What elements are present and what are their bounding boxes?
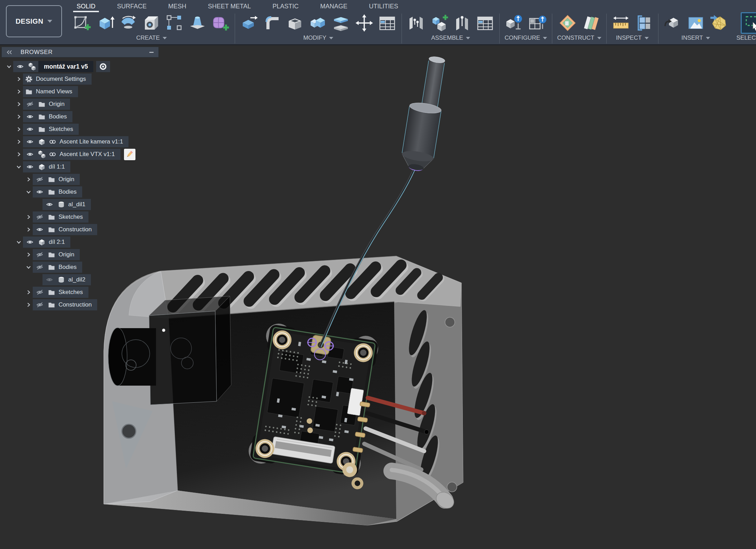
tree-row-sketches[interactable]: Sketches [1, 286, 159, 299]
insert-derive-icon[interactable] [663, 14, 682, 32]
rectangular-pattern-icon[interactable] [165, 14, 184, 32]
item-label[interactable]: Ascent Lite VTX v1:1 [60, 151, 116, 158]
eye-icon[interactable] [45, 277, 54, 283]
tree-row-document-settings[interactable]: Document Settings [1, 73, 159, 85]
create-sketch-icon[interactable] [73, 14, 92, 32]
eye-icon[interactable] [45, 202, 54, 207]
chevron-right-icon[interactable] [24, 288, 33, 296]
eye-off-icon[interactable] [35, 264, 45, 270]
item-label[interactable]: Construction [59, 226, 93, 233]
chevron-down-icon[interactable] [24, 263, 33, 271]
joint-icon[interactable] [407, 14, 426, 32]
extrude-icon[interactable] [96, 14, 115, 32]
item-label[interactable]: Sketches [59, 214, 84, 221]
eye-off-icon[interactable] [35, 214, 45, 220]
tree-row-construction[interactable]: Construction [1, 299, 159, 311]
tab-manage[interactable]: MANAGE [319, 0, 349, 12]
item-label[interactable]: Construction [59, 301, 93, 308]
tree-row-bodies[interactable]: Bodies [1, 186, 159, 198]
antenna[interactable] [400, 54, 450, 173]
as-built-joint-icon[interactable] [453, 14, 471, 32]
configuration-icon[interactable] [505, 14, 524, 32]
tab-mesh[interactable]: MESH [167, 0, 188, 12]
tree-row-mont-var1-v5[interactable]: montáž var1 v5 [1, 60, 159, 73]
tree-row-ascent-lite-kamera-v1-1[interactable]: Ascent Lite kamera v1:1 [1, 136, 159, 148]
item-label[interactable]: Ascent Lite kamera v1:1 [60, 138, 124, 145]
item-label[interactable]: Named Views [36, 88, 74, 95]
tree-row-bodies[interactable]: Bodies [1, 110, 159, 123]
item-label[interactable]: Sketches [59, 289, 84, 296]
combine-icon[interactable] [309, 14, 328, 32]
change-parameters-icon[interactable] [378, 14, 397, 32]
shell-icon[interactable] [286, 14, 305, 32]
eye-icon[interactable] [25, 164, 35, 170]
chevron-down-icon[interactable] [15, 163, 23, 171]
insert-mesh-icon[interactable] [709, 14, 728, 32]
tab-surface[interactable]: SURFACE [116, 0, 148, 12]
item-label[interactable]: Bodies [49, 113, 68, 120]
tree-row-d-l-1-1[interactable]: díl 1:1 [1, 161, 159, 173]
create-form-icon[interactable] [211, 14, 230, 32]
joint-table-icon[interactable] [476, 14, 494, 32]
revolve-icon[interactable] [119, 14, 138, 32]
group-label-inspect[interactable]: INSPECT [616, 34, 649, 41]
chevron-right-icon[interactable] [24, 226, 33, 233]
chevron-down-icon[interactable] [15, 238, 23, 246]
eye-icon[interactable] [35, 189, 45, 195]
item-label[interactable]: díl 1:1 [49, 163, 66, 170]
eye-off-icon[interactable] [35, 302, 45, 308]
loft-icon[interactable] [188, 14, 207, 32]
tree-row-origin[interactable]: Origin [1, 173, 159, 186]
eye-icon[interactable] [25, 152, 35, 157]
chevron-right-icon[interactable] [24, 251, 33, 258]
root-document-label[interactable]: montáž var1 v5 [38, 61, 93, 72]
tree-row-d-l-2-1[interactable]: díl 2:1 [1, 236, 159, 248]
eye-icon[interactable] [25, 126, 35, 132]
insert-canvas-icon[interactable] [686, 14, 705, 32]
press-pull-icon[interactable] [240, 14, 259, 32]
group-label-configure[interactable]: CONFIGURE [505, 34, 547, 41]
chevron-right-icon[interactable] [15, 88, 23, 95]
chevron-right-icon[interactable] [15, 113, 23, 121]
tab-sheet-metal[interactable]: SHEET METAL [206, 0, 252, 12]
minimize-panel-icon[interactable] [149, 49, 154, 55]
construction-plane-icon[interactable] [558, 14, 577, 32]
group-label-assemble[interactable]: ASSEMBLE [431, 34, 470, 41]
section-analysis-icon[interactable] [634, 14, 653, 32]
eye-icon[interactable] [25, 139, 35, 145]
item-label[interactable]: Origin [59, 251, 76, 258]
activate-component-radio[interactable] [96, 61, 110, 72]
item-label[interactable]: Document Settings [36, 76, 87, 83]
chevron-right-icon[interactable] [24, 213, 33, 221]
group-label-modify[interactable]: MODIFY [303, 34, 333, 41]
eye-off-icon[interactable] [25, 101, 35, 107]
collapse-panel-icon[interactable] [6, 49, 13, 55]
item-label[interactable]: Sketches [49, 126, 75, 133]
eye-icon[interactable] [35, 227, 45, 232]
chevron-right-icon[interactable] [15, 100, 23, 108]
item-label[interactable]: al_dil1 [68, 201, 87, 208]
browser-header[interactable]: BROWSER [1, 47, 159, 57]
tab-utilities[interactable]: UTILITIES [368, 0, 400, 12]
eye-off-icon[interactable] [35, 177, 45, 182]
tree-row-named-views[interactable]: Named Views [1, 85, 159, 98]
configuration-table-icon[interactable] [528, 14, 547, 32]
chevron-down-icon[interactable] [24, 188, 33, 196]
tree-row-construction[interactable]: Construction [1, 223, 159, 236]
split-body-icon[interactable] [332, 14, 351, 32]
group-label-insert[interactable]: INSERT [681, 34, 710, 41]
item-label[interactable]: Origin [59, 176, 76, 183]
chevron-right-icon[interactable] [24, 176, 33, 183]
eye-icon[interactable] [25, 239, 35, 245]
tree-row-origin[interactable]: Origin [1, 248, 159, 261]
tree-row-sketches[interactable]: Sketches [1, 211, 159, 223]
move-copy-icon[interactable] [355, 14, 374, 32]
chevron-right-icon[interactable] [15, 125, 23, 133]
eye-icon[interactable] [25, 114, 35, 119]
eye-off-icon[interactable] [35, 289, 45, 295]
group-label-create[interactable]: CREATE [136, 34, 167, 41]
tree-row-ascent-lite-vtx-v1-1[interactable]: Ascent Lite VTX v1:1 [1, 148, 159, 161]
new-component-icon[interactable] [430, 14, 449, 32]
tab-solid[interactable]: SOLID [75, 0, 97, 12]
item-label[interactable]: Bodies [59, 264, 78, 271]
